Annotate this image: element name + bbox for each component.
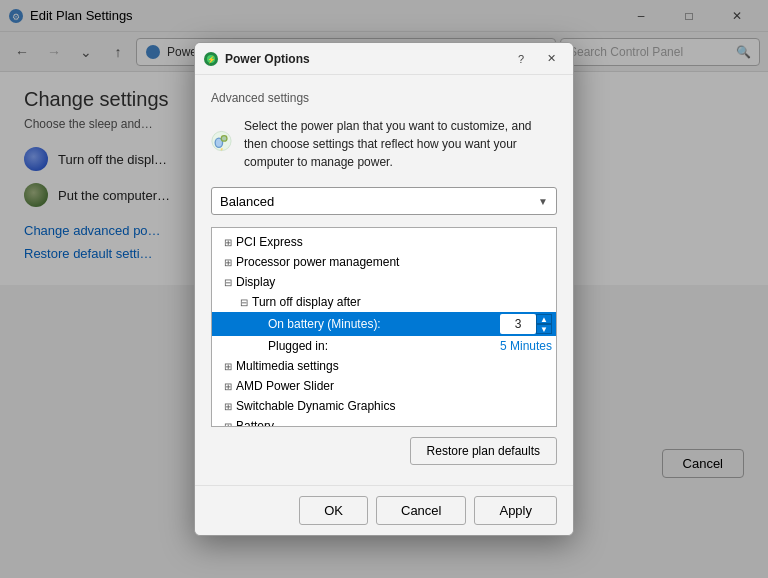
tree-item-display[interactable]: ⊟ Display — [212, 272, 556, 292]
ok-button[interactable]: OK — [299, 496, 368, 525]
dropdown-value: Balanced — [220, 194, 274, 209]
section-title: Advanced settings — [211, 91, 557, 105]
modal-controls: ? ✕ — [507, 47, 565, 71]
tree-item-turnoff[interactable]: ⊟ Turn off display after — [212, 292, 556, 312]
plan-dropdown[interactable]: Balanced ▼ — [211, 187, 557, 215]
expand-icon: ⊞ — [220, 398, 236, 414]
tree-item-battery[interactable]: ⊞ Battery — [212, 416, 556, 427]
dropdown-container: Balanced ▼ — [211, 187, 557, 215]
tree-label: Display — [236, 275, 552, 289]
expand-icon — [252, 338, 268, 354]
modal-header-text: Select the power plan that you want to c… — [244, 117, 557, 171]
modal-close-button[interactable]: ✕ — [537, 47, 565, 71]
power-options-modal: ⚡ Power Options ? ✕ Advanced settings ⚡ — [194, 42, 574, 536]
expand-icon: ⊞ — [220, 418, 236, 427]
expand-icon: ⊞ — [220, 378, 236, 394]
tree-label: On battery (Minutes): — [268, 317, 496, 331]
tree-item-amd-power[interactable]: ⊞ AMD Power Slider — [212, 376, 556, 396]
expand-icon: ⊟ — [236, 294, 252, 310]
tree-item-on-battery[interactable]: On battery (Minutes): ▲ ▼ — [212, 312, 556, 336]
tree-label: Multimedia settings — [236, 359, 552, 373]
expand-icon: ⊞ — [220, 254, 236, 270]
spinner-input[interactable]: ▲ ▼ — [500, 314, 552, 334]
cancel-button[interactable]: Cancel — [376, 496, 466, 525]
power-icon: ⚡ — [211, 117, 232, 165]
expand-icon: ⊟ — [220, 274, 236, 290]
tree-item-pci[interactable]: ⊞ PCI Express — [212, 232, 556, 252]
tree-item-plugged[interactable]: Plugged in: 5 Minutes — [212, 336, 556, 356]
spinner-down[interactable]: ▼ — [536, 324, 552, 334]
tree-label: Switchable Dynamic Graphics — [236, 399, 552, 413]
tree-label: Turn off display after — [252, 295, 552, 309]
apply-button[interactable]: Apply — [474, 496, 557, 525]
tree-label: AMD Power Slider — [236, 379, 552, 393]
modal-icon: ⚡ — [203, 51, 219, 67]
spinner-arrows: ▲ ▼ — [536, 314, 552, 334]
svg-point-10 — [222, 136, 226, 140]
tree-label: Processor power management — [236, 255, 552, 269]
tree-label: Plugged in: — [268, 339, 496, 353]
expand-icon — [252, 316, 268, 332]
expand-icon: ⊞ — [220, 358, 236, 374]
tree-label: PCI Express — [236, 235, 552, 249]
modal-help-button[interactable]: ? — [507, 47, 535, 71]
modal-overlay: ⚡ Power Options ? ✕ Advanced settings ⚡ — [0, 0, 768, 578]
spinner-up[interactable]: ▲ — [536, 314, 552, 324]
svg-point-8 — [216, 139, 222, 147]
modal-title: Power Options — [225, 52, 507, 66]
battery-minutes-input[interactable] — [500, 314, 536, 334]
modal-titlebar: ⚡ Power Options ? ✕ — [195, 43, 573, 75]
expand-icon: ⊞ — [220, 234, 236, 250]
restore-btn-row: Restore plan defaults — [211, 437, 557, 465]
chevron-down-icon: ▼ — [538, 196, 548, 207]
plugged-value: 5 Minutes — [500, 339, 552, 353]
restore-plan-button[interactable]: Restore plan defaults — [410, 437, 557, 465]
modal-header-row: ⚡ Select the power plan that you want to… — [211, 117, 557, 171]
modal-footer: OK Cancel Apply — [195, 485, 573, 535]
tree-item-switchable[interactable]: ⊞ Switchable Dynamic Graphics — [212, 396, 556, 416]
tree-label: Battery — [236, 419, 552, 427]
svg-text:⚡: ⚡ — [207, 55, 216, 64]
modal-body: Advanced settings ⚡ Select the power pla… — [195, 75, 573, 485]
tree-container[interactable]: ⊞ PCI Express ⊞ Processor power manageme… — [211, 227, 557, 427]
tree-item-multimedia[interactable]: ⊞ Multimedia settings — [212, 356, 556, 376]
tree-item-processor[interactable]: ⊞ Processor power management — [212, 252, 556, 272]
